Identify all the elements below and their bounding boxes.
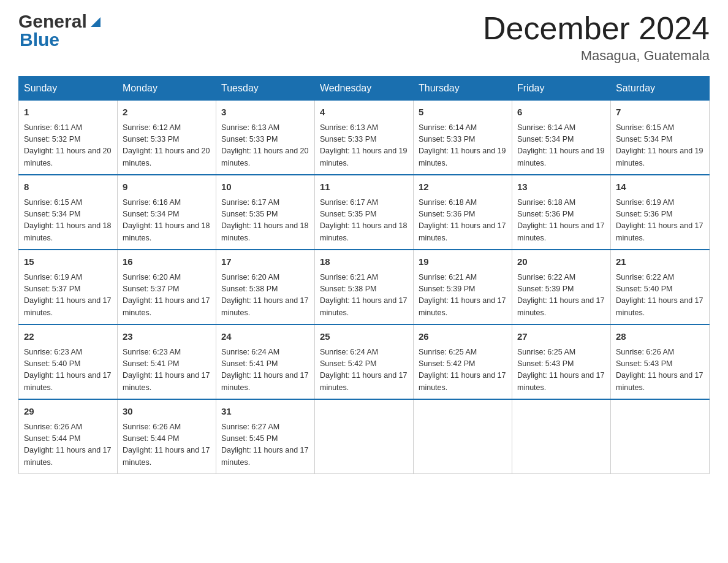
day-info: Sunrise: 6:12 AMSunset: 5:33 PMDaylight:… — [123, 122, 211, 170]
weekday-header-monday: Monday — [118, 77, 216, 101]
svg-marker-0 — [91, 17, 100, 27]
day-number: 21 — [616, 255, 704, 269]
day-number: 31 — [221, 405, 309, 419]
logo-blue: Blue — [20, 29, 59, 50]
logo-general: General — [18, 12, 87, 31]
day-info: Sunrise: 6:26 AMSunset: 5:44 PMDaylight:… — [123, 421, 211, 469]
calendar-day-cell: 4Sunrise: 6:13 AMSunset: 5:33 PMDaylight… — [315, 101, 414, 175]
logo-triangle-icon — [88, 15, 102, 28]
day-info: Sunrise: 6:24 AMSunset: 5:42 PMDaylight:… — [320, 347, 408, 394]
day-number: 18 — [320, 255, 408, 269]
day-info: Sunrise: 6:26 AMSunset: 5:44 PMDaylight:… — [24, 421, 112, 469]
day-number: 29 — [24, 405, 112, 419]
day-info: Sunrise: 6:19 AMSunset: 5:37 PMDaylight:… — [24, 272, 112, 320]
day-number: 9 — [123, 180, 211, 194]
day-number: 22 — [24, 330, 112, 344]
weekday-header-saturday: Saturday — [611, 77, 710, 101]
day-number: 6 — [517, 105, 605, 120]
calendar-day-cell: 18Sunrise: 6:21 AMSunset: 5:38 PMDayligh… — [315, 250, 414, 324]
calendar-day-cell: 30Sunrise: 6:26 AMSunset: 5:44 PMDayligh… — [118, 399, 216, 474]
day-number: 7 — [616, 105, 704, 120]
day-info: Sunrise: 6:22 AMSunset: 5:39 PMDaylight:… — [517, 272, 605, 320]
calendar-day-cell: 13Sunrise: 6:18 AMSunset: 5:36 PMDayligh… — [512, 175, 611, 250]
day-number: 16 — [123, 255, 211, 269]
calendar-day-cell: 26Sunrise: 6:25 AMSunset: 5:42 PMDayligh… — [414, 324, 512, 399]
day-number: 23 — [123, 330, 211, 344]
day-info: Sunrise: 6:18 AMSunset: 5:36 PMDaylight:… — [517, 197, 605, 245]
calendar-day-cell: 15Sunrise: 6:19 AMSunset: 5:37 PMDayligh… — [19, 250, 118, 324]
day-number: 13 — [517, 180, 605, 194]
day-number: 26 — [419, 330, 507, 344]
day-info: Sunrise: 6:20 AMSunset: 5:38 PMDaylight:… — [221, 272, 309, 320]
calendar-day-cell — [315, 399, 414, 474]
day-number: 11 — [320, 180, 408, 194]
calendar-week-row: 8Sunrise: 6:15 AMSunset: 5:34 PMDaylight… — [19, 175, 710, 250]
day-info: Sunrise: 6:17 AMSunset: 5:35 PMDaylight:… — [221, 197, 309, 245]
calendar-day-cell: 3Sunrise: 6:13 AMSunset: 5:33 PMDaylight… — [216, 101, 315, 175]
day-info: Sunrise: 6:23 AMSunset: 5:40 PMDaylight:… — [24, 347, 112, 394]
day-info: Sunrise: 6:24 AMSunset: 5:41 PMDaylight:… — [221, 347, 309, 394]
day-info: Sunrise: 6:14 AMSunset: 5:34 PMDaylight:… — [517, 122, 605, 170]
weekday-header-wednesday: Wednesday — [315, 77, 414, 101]
calendar-day-cell: 9Sunrise: 6:16 AMSunset: 5:34 PMDaylight… — [118, 175, 216, 250]
day-info: Sunrise: 6:19 AMSunset: 5:36 PMDaylight:… — [616, 197, 704, 245]
calendar-day-cell: 14Sunrise: 6:19 AMSunset: 5:36 PMDayligh… — [611, 175, 710, 250]
calendar-day-cell: 17Sunrise: 6:20 AMSunset: 5:38 PMDayligh… — [216, 250, 315, 324]
day-info: Sunrise: 6:21 AMSunset: 5:39 PMDaylight:… — [419, 272, 507, 320]
day-number: 27 — [517, 330, 605, 344]
calendar-day-cell: 31Sunrise: 6:27 AMSunset: 5:45 PMDayligh… — [216, 399, 315, 474]
day-info: Sunrise: 6:17 AMSunset: 5:35 PMDaylight:… — [320, 197, 408, 245]
day-info: Sunrise: 6:18 AMSunset: 5:36 PMDaylight:… — [419, 197, 507, 245]
day-info: Sunrise: 6:16 AMSunset: 5:34 PMDaylight:… — [123, 197, 211, 245]
day-info: Sunrise: 6:26 AMSunset: 5:43 PMDaylight:… — [616, 347, 704, 394]
calendar-week-row: 1Sunrise: 6:11 AMSunset: 5:32 PMDaylight… — [19, 101, 710, 175]
title-section: December 2024 Masagua, Guatemala — [483, 12, 710, 64]
day-number: 28 — [616, 330, 704, 344]
calendar-week-row: 22Sunrise: 6:23 AMSunset: 5:40 PMDayligh… — [19, 324, 710, 399]
calendar-day-cell: 7Sunrise: 6:15 AMSunset: 5:34 PMDaylight… — [611, 101, 710, 175]
day-info: Sunrise: 6:25 AMSunset: 5:43 PMDaylight:… — [517, 347, 605, 394]
day-info: Sunrise: 6:13 AMSunset: 5:33 PMDaylight:… — [221, 122, 309, 170]
calendar-day-cell: 29Sunrise: 6:26 AMSunset: 5:44 PMDayligh… — [19, 399, 118, 474]
calendar-day-cell: 27Sunrise: 6:25 AMSunset: 5:43 PMDayligh… — [512, 324, 611, 399]
day-number: 2 — [123, 105, 211, 120]
weekday-header-tuesday: Tuesday — [216, 77, 315, 101]
day-number: 24 — [221, 330, 309, 344]
location: Masagua, Guatemala — [483, 48, 710, 64]
day-number: 8 — [24, 180, 112, 194]
day-info: Sunrise: 6:20 AMSunset: 5:37 PMDaylight:… — [123, 272, 211, 320]
calendar-day-cell: 25Sunrise: 6:24 AMSunset: 5:42 PMDayligh… — [315, 324, 414, 399]
calendar-day-cell: 24Sunrise: 6:24 AMSunset: 5:41 PMDayligh… — [216, 324, 315, 399]
day-info: Sunrise: 6:27 AMSunset: 5:45 PMDaylight:… — [221, 421, 309, 469]
calendar-day-cell: 11Sunrise: 6:17 AMSunset: 5:35 PMDayligh… — [315, 175, 414, 250]
calendar-table: SundayMondayTuesdayWednesdayThursdayFrid… — [18, 76, 710, 474]
day-number: 5 — [419, 105, 507, 120]
day-info: Sunrise: 6:25 AMSunset: 5:42 PMDaylight:… — [419, 347, 507, 394]
weekday-header-sunday: Sunday — [19, 77, 118, 101]
day-number: 1 — [24, 105, 112, 120]
day-info: Sunrise: 6:15 AMSunset: 5:34 PMDaylight:… — [616, 122, 704, 170]
day-number: 3 — [221, 105, 309, 120]
day-number: 19 — [419, 255, 507, 269]
day-info: Sunrise: 6:14 AMSunset: 5:33 PMDaylight:… — [419, 122, 507, 170]
calendar-day-cell: 28Sunrise: 6:26 AMSunset: 5:43 PMDayligh… — [611, 324, 710, 399]
calendar-day-cell: 2Sunrise: 6:12 AMSunset: 5:33 PMDaylight… — [118, 101, 216, 175]
calendar-week-row: 15Sunrise: 6:19 AMSunset: 5:37 PMDayligh… — [19, 250, 710, 324]
calendar-day-cell: 16Sunrise: 6:20 AMSunset: 5:37 PMDayligh… — [118, 250, 216, 324]
weekday-header-thursday: Thursday — [414, 77, 512, 101]
day-number: 17 — [221, 255, 309, 269]
day-info: Sunrise: 6:21 AMSunset: 5:38 PMDaylight:… — [320, 272, 408, 320]
calendar-day-cell: 21Sunrise: 6:22 AMSunset: 5:40 PMDayligh… — [611, 250, 710, 324]
weekday-header-row: SundayMondayTuesdayWednesdayThursdayFrid… — [19, 77, 710, 101]
calendar-day-cell: 12Sunrise: 6:18 AMSunset: 5:36 PMDayligh… — [414, 175, 512, 250]
day-number: 4 — [320, 105, 408, 120]
calendar-day-cell: 6Sunrise: 6:14 AMSunset: 5:34 PMDaylight… — [512, 101, 611, 175]
calendar-day-cell: 20Sunrise: 6:22 AMSunset: 5:39 PMDayligh… — [512, 250, 611, 324]
calendar-day-cell — [414, 399, 512, 474]
day-number: 14 — [616, 180, 704, 194]
calendar-day-cell: 22Sunrise: 6:23 AMSunset: 5:40 PMDayligh… — [19, 324, 118, 399]
day-info: Sunrise: 6:11 AMSunset: 5:32 PMDaylight:… — [24, 122, 112, 170]
day-info: Sunrise: 6:23 AMSunset: 5:41 PMDaylight:… — [123, 347, 211, 394]
day-number: 20 — [517, 255, 605, 269]
calendar-day-cell: 23Sunrise: 6:23 AMSunset: 5:41 PMDayligh… — [118, 324, 216, 399]
